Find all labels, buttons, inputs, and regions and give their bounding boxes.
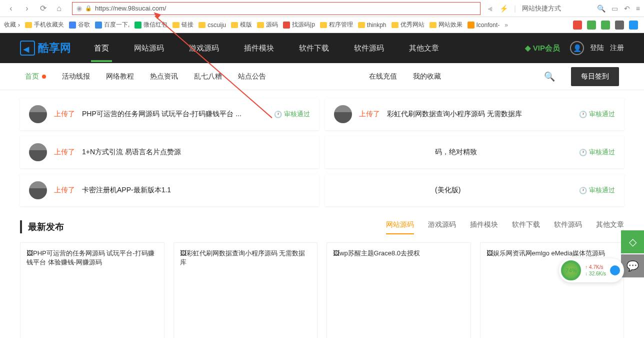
register-link[interactable]: 注册 bbox=[610, 44, 624, 53]
subnav-item[interactable]: 我的收藏 bbox=[413, 72, 441, 81]
subnav-home[interactable]: 首页 bbox=[25, 72, 46, 81]
more-icon[interactable]: » bbox=[504, 22, 508, 29]
tool-icon[interactable] bbox=[629, 21, 638, 30]
share-icon[interactable]: ⪡ bbox=[486, 5, 494, 13]
nav-item[interactable]: 软件源码 bbox=[351, 35, 387, 62]
tool-icon[interactable] bbox=[615, 21, 624, 30]
user-avatar-icon bbox=[29, 105, 47, 123]
toolbar-right: ⪡ ⚡ | 网站快捷方式 🔍 ▭ ↶ ≡ bbox=[486, 4, 640, 13]
search-icon[interactable]: 🔍 bbox=[544, 71, 555, 82]
divider: | bbox=[514, 5, 516, 13]
bookmark-item[interactable]: 百度一下, bbox=[95, 21, 130, 29]
subnav-item[interactable]: 网络教程 bbox=[106, 72, 134, 81]
chat-button[interactable]: 💬 bbox=[621, 254, 644, 277]
logo[interactable]: 酷享网 bbox=[20, 41, 71, 56]
bookmark-item[interactable]: 谷歌 bbox=[69, 21, 90, 29]
bookmark-item[interactable]: 源码 bbox=[257, 21, 278, 29]
tool-icon[interactable] bbox=[601, 21, 610, 30]
tab-item[interactable]: 其他文章 bbox=[596, 220, 624, 233]
search-icon[interactable]: 🔍 bbox=[597, 5, 606, 13]
folder-icon bbox=[231, 22, 238, 28]
address-bar[interactable]: ◉ 🔒 https://new.98sucai.com/ bbox=[72, 2, 480, 15]
site-icon bbox=[95, 22, 102, 29]
status-badge: 🕐 审核通过 bbox=[579, 186, 615, 195]
folder-icon bbox=[430, 22, 436, 28]
bookmark-item[interactable]: Iconfont- bbox=[468, 22, 500, 29]
shortcut-label[interactable]: 网站快捷方式 bbox=[522, 4, 561, 13]
vip-link[interactable]: ◆ VIP会员 bbox=[525, 44, 560, 53]
subnav-item[interactable]: 热点资讯 bbox=[150, 72, 178, 81]
login-link[interactable]: 登陆 bbox=[590, 44, 604, 53]
site-icon bbox=[283, 22, 290, 29]
folder-icon bbox=[198, 22, 206, 28]
bookmark-item[interactable]: 优秀网站 bbox=[392, 21, 424, 29]
site-icon bbox=[69, 22, 76, 29]
home-button[interactable]: ⌂ bbox=[52, 2, 66, 16]
refresh-button[interactable]: ⟳ bbox=[36, 2, 50, 16]
upload-row[interactable]: (美化版) 🕐 审核通过 bbox=[325, 174, 624, 206]
subnav-item[interactable]: 乱七八糟 bbox=[194, 72, 222, 81]
tab-item[interactable]: 游戏源码 bbox=[428, 220, 456, 233]
nav-item[interactable]: 软件下载 bbox=[296, 35, 332, 62]
subnav-item[interactable]: 在线充值 bbox=[369, 72, 397, 81]
tab-item[interactable]: 软件源码 bbox=[554, 220, 582, 233]
diamond-button[interactable]: ◇ bbox=[621, 230, 644, 253]
speed-badge-icon[interactable] bbox=[610, 265, 620, 275]
section-header: 最新发布 网站源码 游戏源码 插件模块 软件下载 软件源码 其他文章 bbox=[20, 220, 624, 233]
uploads-grid: 上传了 PHP可运营的任务网源码 试玩平台-打码赚钱平台 ... 🕐 审核通过 … bbox=[0, 90, 644, 210]
speed-percent: 74% bbox=[561, 260, 581, 280]
bookmark-item[interactable]: thinkph bbox=[358, 22, 386, 29]
user-area: 👤 登陆 注册 bbox=[570, 41, 624, 55]
back-button[interactable]: ‹ bbox=[4, 2, 18, 16]
content-card[interactable]: 🖼娱乐网资讯网emlgo eMedia媒体范源码 娱乐网资讯网emlgo eMe… bbox=[480, 242, 624, 338]
tab-item[interactable]: 软件下载 bbox=[512, 220, 540, 233]
tab-item[interactable]: 插件模块 bbox=[470, 220, 498, 233]
upload-row[interactable]: 上传了 彩虹代刷网数据查询小程序源码 无需数据库 🕐 审核通过 bbox=[325, 98, 624, 130]
card-image-alt: 🖼娱乐网资讯网emlgo eMedia媒体范源码 bbox=[486, 249, 618, 258]
status-badge: 🕐 审核通过 bbox=[579, 148, 615, 157]
upload-title: (美化版) bbox=[435, 186, 572, 195]
undo-icon[interactable]: ↶ bbox=[624, 5, 630, 13]
globe-icon: ◉ bbox=[76, 5, 82, 12]
bookmark-item[interactable]: 找源码|p bbox=[283, 21, 315, 29]
bookmark-item[interactable]: 手机收藏夹 bbox=[25, 21, 64, 29]
bookmark-item[interactable]: 收藏 › bbox=[4, 21, 20, 29]
subnav-item[interactable]: 活动线报 bbox=[62, 72, 90, 81]
subnav-item[interactable]: 站点公告 bbox=[238, 72, 266, 81]
tool-icon[interactable] bbox=[573, 21, 582, 30]
signin-button[interactable]: 每日签到 bbox=[571, 67, 619, 86]
upload-row[interactable]: 上传了 1+N方式引流 易语言名片点赞源 bbox=[20, 136, 319, 168]
nav-item[interactable]: 网站源码 bbox=[131, 35, 167, 62]
avatar-icon[interactable]: 👤 bbox=[570, 41, 584, 55]
latest-section: 最新发布 网站源码 游戏源码 插件模块 软件下载 软件源码 其他文章 🖼PHP可… bbox=[0, 210, 644, 338]
upload-label: 上传了 bbox=[359, 110, 380, 119]
upload-label: 上传了 bbox=[54, 186, 75, 195]
bookmark-item[interactable]: 程序管理 bbox=[320, 21, 353, 29]
bookmark-item[interactable]: 模版 bbox=[231, 21, 252, 29]
content-card[interactable]: 🖼PHP可运营的任务网源码 试玩平台-打码赚钱平台 体验赚钱-网赚源码 PHP可… bbox=[20, 242, 164, 338]
speed-text: ↑ 4.7K/s ↓ 32.6K/s bbox=[585, 264, 606, 277]
upload-row[interactable]: 码，绝对精致 🕐 审核通过 bbox=[325, 136, 624, 168]
upload-row[interactable]: 上传了 卡密注册机APP-最新版本1.1 bbox=[20, 174, 319, 206]
content-card[interactable]: 🖼彩虹代刷网数据查询小程序源码 无需数据库 彩虹代刷网数据查询小程序源码 bbox=[174, 242, 318, 338]
bolt-icon[interactable]: ⚡ bbox=[500, 5, 508, 13]
bookmark-item[interactable]: 链接 bbox=[172, 21, 194, 29]
tab-item[interactable]: 网站源码 bbox=[386, 220, 414, 233]
nav-item[interactable]: 插件模块 bbox=[241, 35, 277, 62]
content-card[interactable]: 🖼wp苏醒主题Grace8.0去授权 wp苏醒主题Grace8.0去授权 bbox=[326, 242, 471, 338]
nav-item[interactable]: 其他文章 bbox=[406, 35, 442, 62]
card-image-alt: 🖼PHP可运营的任务网源码 试玩平台-打码赚钱平台 体验赚钱-网赚源码 bbox=[26, 249, 158, 267]
bookmark-item[interactable]: cscuiju bbox=[198, 22, 226, 29]
logo-icon bbox=[20, 41, 35, 56]
status-badge: 🕐 审核通过 bbox=[274, 110, 310, 119]
tool-icon[interactable] bbox=[587, 21, 596, 30]
mobile-icon[interactable]: ▭ bbox=[612, 5, 618, 13]
speed-widget[interactable]: 74% ↑ 4.7K/s ↓ 32.6K/s bbox=[559, 258, 624, 282]
menu-icon[interactable]: ≡ bbox=[636, 5, 640, 13]
status-badge: 🕐 审核通过 bbox=[579, 110, 615, 119]
upload-row[interactable]: 上传了 PHP可运营的任务网源码 试玩平台-打码赚钱平台 ... 🕐 审核通过 bbox=[20, 98, 319, 130]
nav-items: 首页 网站源码 游戏源码 插件模块 软件下载 软件源码 其他文章 bbox=[91, 35, 525, 62]
nav-home[interactable]: 首页 bbox=[91, 35, 112, 62]
bookmark-item[interactable]: 网站效果 bbox=[430, 21, 462, 29]
forward-button[interactable]: › bbox=[20, 2, 34, 16]
